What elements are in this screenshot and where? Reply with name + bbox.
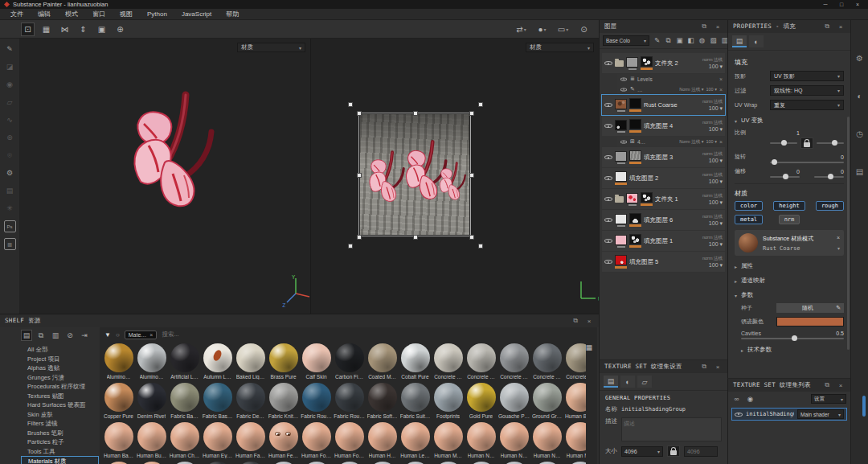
gizmo-toggle-icon[interactable]: ⊕ — [113, 23, 127, 36]
menu-item-2[interactable]: 模式 — [58, 9, 85, 20]
offset-y-slider[interactable] — [814, 176, 844, 178]
material-cell[interactable]: Concrete … — [497, 343, 530, 383]
effect-opacity[interactable]: 100 ▾ — [706, 87, 716, 92]
layer-effect-row[interactable]: ≣Levels× — [617, 74, 725, 84]
channels-tab-icon[interactable]: ◐ — [620, 376, 635, 388]
menu-item-3[interactable]: 窗口 — [85, 9, 113, 20]
collapse-icon[interactable]: ▸ — [735, 264, 737, 269]
material-cell[interactable]: Concrete … — [432, 343, 465, 383]
close-icon[interactable]: × — [836, 23, 845, 31]
layer-opacity[interactable]: 100 ▾ — [709, 199, 723, 206]
effect-blend-mode[interactable]: Norm 法线 ▾ — [679, 139, 703, 145]
material-preview-tab-icon[interactable]: ◐ — [749, 35, 764, 47]
painted-flower-mesh[interactable] — [117, 85, 229, 242]
material-cell[interactable]: Coated M… — [366, 343, 399, 383]
layer-thumbnail[interactable] — [615, 171, 627, 182]
material-cell[interactable]: Human Fo… — [333, 422, 366, 462]
menu-item-4[interactable]: 视图 — [113, 9, 140, 20]
material-cell[interactable]: Fabric Soft… — [366, 383, 399, 422]
shelf-category-0[interactable]: All 全部 — [21, 345, 99, 355]
material-cell[interactable]: Concrete … — [530, 343, 563, 383]
rotate-handle[interactable] — [478, 102, 483, 107]
layer-row-6[interactable]: 填充图层 6norm 法线100 ▾ — [602, 210, 725, 230]
rust-color-swatch[interactable] — [776, 317, 844, 326]
close-button[interactable]: × — [851, 0, 864, 9]
material-cell[interactable]: Human Bu… — [135, 422, 168, 462]
shelf-category-9[interactable]: Brushes 笔刷 — [21, 429, 99, 438]
scale-x-slider[interactable] — [770, 142, 797, 144]
layer-effect-row[interactable]: ⊞4…Norm 法线 ▾100 ▾× — [617, 137, 725, 146]
material-cell[interactable]: Fabric Knit… — [267, 383, 300, 422]
viewport-2d-shading-dropdown[interactable]: 材质 ▾ — [526, 43, 594, 52]
material-cell[interactable]: Human Ch… — [168, 422, 201, 462]
texture-set-visibility-icon[interactable] — [735, 410, 743, 418]
eraser-tool-icon[interactable]: ◪ — [4, 61, 16, 73]
tile-grid-icon[interactable]: ▦ — [39, 23, 53, 36]
layer-mask-thumbnail[interactable] — [629, 119, 641, 129]
maximize-button[interactable]: □ — [835, 0, 848, 9]
layer-opacity[interactable]: 100 ▾ — [709, 262, 723, 269]
material-cell[interactable]: Copper Pure — [102, 383, 135, 422]
remove-tag-icon[interactable]: × — [149, 332, 153, 338]
menu-item-5[interactable]: Python — [140, 9, 174, 20]
marquee-select-icon[interactable]: ⊡ — [21, 23, 35, 36]
channel-chip-metal[interactable]: metal — [735, 215, 763, 224]
material-cell[interactable]: Concrete … — [465, 343, 497, 383]
channel-chip-nrm[interactable]: nrm — [779, 215, 800, 224]
material-cell[interactable]: Footprints — [432, 383, 465, 422]
dock-icon[interactable]: ⧉ — [571, 317, 580, 325]
material-cell[interactable]: Autumn L… — [201, 343, 234, 383]
effects-tool-icon[interactable]: ⚙ — [4, 167, 16, 179]
offset-x-value[interactable]: 0 — [770, 169, 811, 175]
polygon-fill-tool-icon[interactable]: ▱ — [4, 96, 16, 109]
material-cell[interactable]: Human Ba… — [102, 422, 135, 462]
uv-wrap-dropdown[interactable]: 重复 ▾ — [770, 100, 844, 110]
material-cell[interactable]: Baked Lig… — [234, 343, 267, 383]
size-height-field[interactable]: 4096 — [684, 446, 718, 457]
dock-icon[interactable]: ⧉ — [822, 23, 832, 31]
search-input[interactable]: 搜索... — [162, 331, 178, 339]
menu-item-7[interactable]: 帮助 — [219, 9, 246, 20]
dock-icon[interactable]: ⧉ — [699, 23, 709, 31]
projection-dropdown[interactable]: UV 投影 ▾ — [770, 71, 844, 81]
material-cell[interactable]: Human Le… — [399, 422, 432, 462]
layer-blend-mode[interactable]: norm 法线 — [702, 235, 723, 240]
transform-handle[interactable] — [357, 235, 362, 240]
effect-close-icon[interactable]: × — [719, 76, 723, 82]
smudge-tool-icon[interactable]: ∿ — [4, 114, 16, 126]
rotation-slider[interactable] — [770, 162, 844, 163]
dock-icon[interactable]: ⧉ — [822, 381, 832, 389]
material-cell[interactable]: Alumino… — [135, 343, 168, 383]
texture-set-row[interactable]: initialShadingG… Main shader ▾ — [731, 408, 847, 421]
grid-view-icon[interactable]: ▦ — [585, 343, 592, 351]
shelf-category-12[interactable]: Materials 材质 — [21, 456, 99, 464]
layer-blend-mode[interactable]: norm 法线 — [702, 99, 723, 105]
link-icon[interactable]: ∞ — [732, 395, 741, 403]
new-resource-icon[interactable]: ⧉ — [35, 330, 47, 341]
material-cell[interactable]: Human Fa… — [234, 422, 267, 462]
log-icon[interactable]: ▤ — [856, 167, 863, 176]
shelf-category-4[interactable]: Procedurals 程序纹理 — [21, 382, 99, 392]
camera-settings-icon[interactable]: ▭▾ — [556, 23, 570, 36]
transform-handle[interactable] — [469, 173, 474, 178]
shader-settings-icon[interactable]: ◐ — [857, 92, 862, 101]
search-tag-chip[interactable]: Mate… × — [125, 331, 158, 339]
shelf-category-10[interactable]: Particles 粒子 — [21, 437, 99, 447]
dock-icon[interactable]: ⧉ — [699, 363, 709, 371]
eye-all-icon[interactable]: ◉ — [746, 395, 755, 403]
layer-opacity[interactable]: 100 ▾ — [709, 179, 723, 185]
close-icon[interactable]: × — [584, 318, 594, 325]
layer-thumbnail[interactable] — [615, 214, 627, 224]
close-icon[interactable]: × — [713, 363, 723, 371]
scrollbar[interactable] — [847, 117, 850, 350]
edit-pencil-icon[interactable]: ✎ — [836, 305, 841, 311]
particles-tool-icon[interactable]: ✳ — [4, 203, 16, 215]
material-cell[interactable]: Human M… — [432, 422, 465, 462]
rotate-handle[interactable] — [348, 102, 353, 107]
transform-handle[interactable] — [469, 111, 474, 116]
pencil-icon[interactable]: ✎ — [653, 36, 661, 45]
material-cell[interactable]: Brass Pure — [267, 343, 300, 383]
layer-mask-thumbnail[interactable] — [641, 192, 653, 203]
material-cell[interactable]: Human Fo… — [300, 422, 333, 462]
layer-mask-thumbnail[interactable] — [629, 213, 641, 224]
